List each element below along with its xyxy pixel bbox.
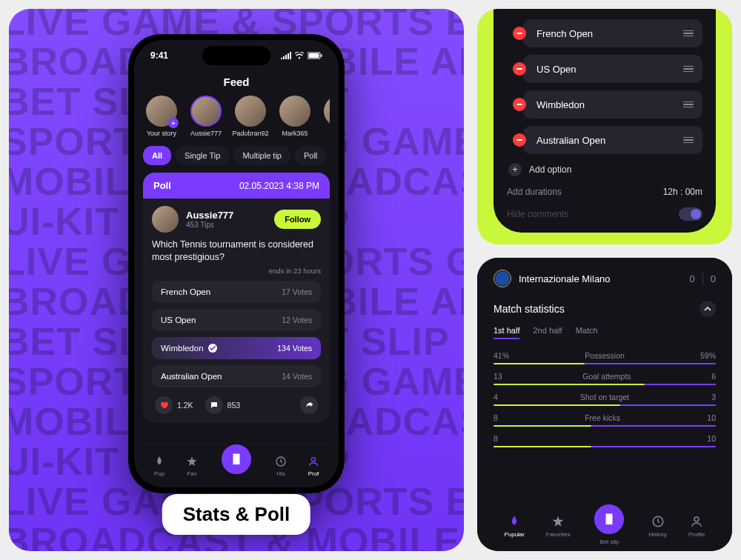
story-item[interactable]: Mark365	[276, 96, 313, 137]
remove-icon[interactable]	[513, 133, 526, 147]
remove-icon[interactable]	[513, 98, 526, 111]
stat-left: 13	[494, 372, 502, 381]
drag-handle-icon[interactable]	[683, 30, 694, 37]
stat-right: 59%	[700, 351, 716, 360]
poll-option-label: French Open	[161, 287, 210, 296]
follow-button[interactable]: Follow	[274, 210, 321, 229]
tab-favorites[interactable]: Fav	[186, 456, 198, 477]
tab-popular[interactable]: Pop	[153, 456, 165, 477]
flame-icon	[508, 515, 521, 530]
drag-handle-icon[interactable]	[683, 101, 694, 108]
chevron-up-icon	[704, 305, 711, 313]
add-option-button[interactable]: +Add option	[508, 163, 702, 176]
bet-slip-fab[interactable]	[219, 441, 254, 477]
poll-card: Poll 02.05.2023 4:38 PM Aussie777 453 Ti…	[143, 173, 330, 423]
author-name[interactable]: Aussie777	[186, 210, 233, 221]
stats-tab-1st-half[interactable]: 1st half	[494, 326, 519, 339]
svg-rect-2	[321, 54, 322, 57]
svg-point-4	[311, 457, 315, 461]
match-stats-card: Internazionale Milano 00 Match statistic…	[477, 258, 732, 551]
bottom-tab-bar: Popular Favorites Bet slip History Profi…	[494, 500, 716, 545]
story-item[interactable]: Padobran92	[232, 96, 269, 137]
svg-point-6	[694, 517, 699, 521]
score-away: 0	[711, 273, 716, 284]
stat-label: Free kicks	[585, 413, 620, 422]
score-home: 0	[690, 273, 695, 284]
checkmark-icon	[208, 344, 217, 353]
svg-rect-1	[309, 53, 319, 59]
poll-option-selected[interactable]: Wimbledon 134 Votes	[152, 337, 321, 359]
share-icon	[305, 400, 314, 410]
tab-popular[interactable]: Popular	[504, 515, 525, 538]
like-button[interactable]	[155, 396, 173, 414]
chip-poll[interactable]: Poll	[295, 146, 326, 165]
flame-icon	[153, 456, 165, 469]
duration-value: 12h : 00m	[663, 187, 702, 197]
stat-label: Shot on target	[580, 393, 629, 401]
stat-bar	[494, 404, 716, 406]
chip-single-tip[interactable]: Single Tip	[176, 146, 229, 165]
tab-bet-slip[interactable]: Bet slip	[591, 507, 627, 545]
tab-history[interactable]: History	[648, 515, 667, 538]
bet-slip-fab[interactable]	[591, 501, 627, 537]
tab-favorites[interactable]: Favorites	[546, 515, 571, 538]
tab-profile[interactable]: Profile	[688, 515, 705, 538]
poll-datetime: 02.05.2023 4:38 PM	[239, 181, 319, 191]
poll-ends-label: ends in 23 hours	[152, 267, 321, 275]
editor-option-row[interactable]: US Open	[523, 55, 702, 83]
hide-comments-toggle[interactable]	[679, 207, 702, 221]
comment-icon	[210, 401, 219, 410]
duration-row[interactable]: Add durations12h : 00m	[507, 187, 702, 197]
caption-pill: Stats & Poll	[162, 494, 310, 535]
story-label: Padobran92	[232, 130, 268, 137]
stat-right: 10	[707, 413, 716, 422]
poll-author-row: Aussie777 453 Tips Follow	[152, 206, 321, 233]
chip-multiple-tip[interactable]: Multiple tip	[233, 146, 290, 165]
stat-bar	[494, 446, 716, 447]
poll-option[interactable]: French Open17 Votes	[152, 281, 321, 303]
story-your-story[interactable]: +Your story	[143, 96, 180, 137]
story-label: Aussie777	[190, 130, 222, 137]
clock-icon	[275, 456, 287, 469]
plus-icon: +	[168, 118, 179, 128]
comment-button[interactable]	[205, 396, 223, 414]
stat-right: 10	[707, 434, 716, 443]
poll-option[interactable]: US Open12 Votes	[152, 309, 321, 331]
editor-option-row[interactable]: Australian Open	[523, 126, 702, 154]
phone-mockup: 9:41 Feed +Your story Aussie777 Padobr	[128, 34, 345, 493]
story-item[interactable]: Aussie777	[187, 96, 225, 137]
tab-history[interactable]: His	[275, 456, 287, 477]
poll-option-label: US Open	[161, 316, 196, 324]
battery-icon	[308, 52, 322, 59]
editor-option-row[interactable]: French Open	[523, 19, 702, 47]
editor-option-label: French Open	[536, 28, 593, 39]
collapse-button[interactable]	[700, 301, 716, 317]
drag-handle-icon[interactable]	[683, 66, 694, 73]
stat-row: 41%Possession59%	[494, 351, 716, 360]
signal-icon	[281, 52, 291, 59]
remove-icon[interactable]	[513, 62, 526, 76]
share-button[interactable]	[300, 396, 318, 414]
user-icon	[308, 456, 319, 469]
stat-label: Possession	[585, 351, 625, 360]
poll-editor-card: French Open US Open Wimbledon Australian…	[477, 9, 732, 244]
avatar[interactable]	[152, 206, 179, 233]
poll-type-label: Poll	[153, 180, 171, 191]
story-item[interactable]: Chal	[321, 96, 330, 137]
author-tips-count: 453 Tips	[186, 221, 233, 229]
editor-option-row[interactable]: Wimbledon	[523, 90, 702, 119]
stats-tab-match[interactable]: Match	[576, 326, 598, 339]
bottom-tab-bar: Pop Fav His Prof	[143, 444, 330, 487]
chip-all[interactable]: All	[143, 146, 171, 165]
user-icon	[690, 515, 703, 530]
editor-option-label: Australian Open	[536, 135, 605, 146]
poll-option[interactable]: Australian Open14 Votes	[152, 365, 321, 387]
remove-icon[interactable]	[513, 27, 526, 40]
drag-handle-icon[interactable]	[683, 137, 694, 144]
page-title: Feed	[143, 76, 330, 88]
filter-chips: All Single Tip Multiple tip Poll	[143, 146, 330, 165]
stat-bar	[494, 363, 716, 364]
stat-right: 3	[711, 393, 716, 401]
stats-tab-2nd-half[interactable]: 2nd half	[533, 326, 562, 339]
tab-profile[interactable]: Prof	[308, 456, 319, 477]
